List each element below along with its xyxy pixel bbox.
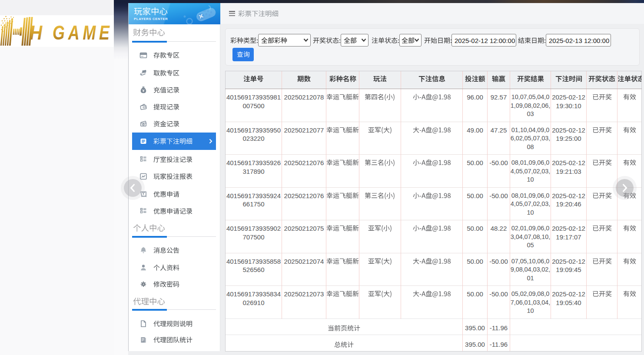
svg-text:H: H [30, 22, 43, 44]
svg-text:GAME: GAME [53, 22, 113, 44]
